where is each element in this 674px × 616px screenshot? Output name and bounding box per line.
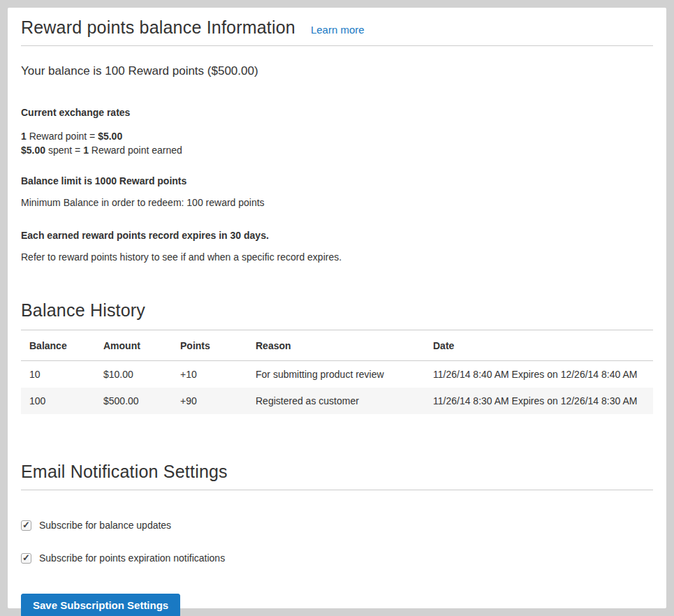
rate-earn-line: 1 Reward point = $5.00: [21, 129, 653, 143]
cell-reason: For submitting product review: [247, 361, 425, 388]
rate-spend-value: $5.00: [21, 145, 45, 156]
balance-updates-option[interactable]: Subscribe for balance updates: [21, 520, 653, 531]
table-row: 10 $10.00 +10 For submitting product rev…: [21, 361, 653, 388]
balance-summary: Your balance is 100 Reward points ($500.…: [21, 64, 653, 78]
column-header-date: Date: [425, 330, 653, 361]
balance-updates-label: Subscribe for balance updates: [39, 520, 171, 531]
cell-points: +90: [172, 388, 247, 414]
column-header-balance: Balance: [21, 330, 95, 361]
rate-spend-points: 1: [83, 145, 89, 156]
rate-earn-points: 1: [21, 131, 27, 142]
expiration-notifications-label: Subscribe for points expiration notifica…: [39, 552, 225, 564]
page-title: Reward points balance Information: [21, 17, 295, 38]
expiration-notifications-option[interactable]: Subscribe for points expiration notifica…: [21, 552, 653, 564]
cell-points: +10: [172, 361, 247, 388]
balance-updates-checkbox[interactable]: [21, 520, 31, 531]
column-header-reason: Reason: [247, 330, 425, 361]
cell-balance: 10: [21, 361, 95, 388]
cell-balance: 100: [21, 388, 95, 414]
exchange-rates-heading: Current exchange rates: [21, 107, 653, 118]
balance-limit-heading: Balance limit is 1000 Reward points: [21, 175, 653, 186]
column-header-amount: Amount: [95, 330, 172, 361]
cell-reason: Registered as customer: [247, 388, 425, 414]
notification-divider: [21, 490, 653, 490]
min-balance-line: Minimum Balance in order to redeem: 100 …: [21, 197, 653, 208]
rate-earn-text: Reward point =: [27, 131, 98, 142]
expiry-heading: Each earned reward points record expires…: [21, 230, 653, 241]
column-header-points: Points: [172, 330, 247, 361]
rate-spend-suffix: Reward point earned: [89, 145, 182, 156]
reward-points-panel: Reward points balance Information Learn …: [8, 8, 666, 608]
header-divider: [21, 45, 653, 46]
expiration-notifications-checkbox[interactable]: [21, 553, 31, 564]
cell-date: 11/26/14 8:40 AM Expires on 12/26/14 8:4…: [425, 361, 653, 388]
email-notification-title: Email Notification Settings: [21, 462, 653, 482]
balance-history-title: Balance History: [21, 300, 653, 321]
table-row: 100 $500.00 +90 Registered as customer 1…: [21, 388, 653, 414]
rate-spend-line: $5.00 spent = 1 Reward point earned: [21, 143, 653, 157]
page-header: Reward points balance Information Learn …: [21, 17, 653, 38]
cell-amount: $500.00: [95, 388, 172, 414]
expiry-note: Refer to reward points history to see if…: [21, 251, 653, 263]
cell-date: 11/26/14 8:30 AM Expires on 12/26/14 8:3…: [425, 388, 653, 414]
cell-amount: $10.00: [95, 361, 172, 388]
save-subscription-button[interactable]: Save Subscription Settings: [21, 594, 180, 616]
page-background: { "header": { "title": "Reward points ba…: [0, 0, 674, 616]
rate-earn-value: $5.00: [98, 131, 122, 142]
exchange-rates: 1 Reward point = $5.00 $5.00 spent = 1 R…: [21, 129, 653, 157]
balance-history-table: Balance Amount Points Reason Date 10 $10…: [21, 330, 653, 414]
learn-more-link[interactable]: Learn more: [311, 24, 365, 36]
rate-spend-text: spent =: [45, 145, 83, 156]
table-header-row: Balance Amount Points Reason Date: [21, 330, 653, 361]
